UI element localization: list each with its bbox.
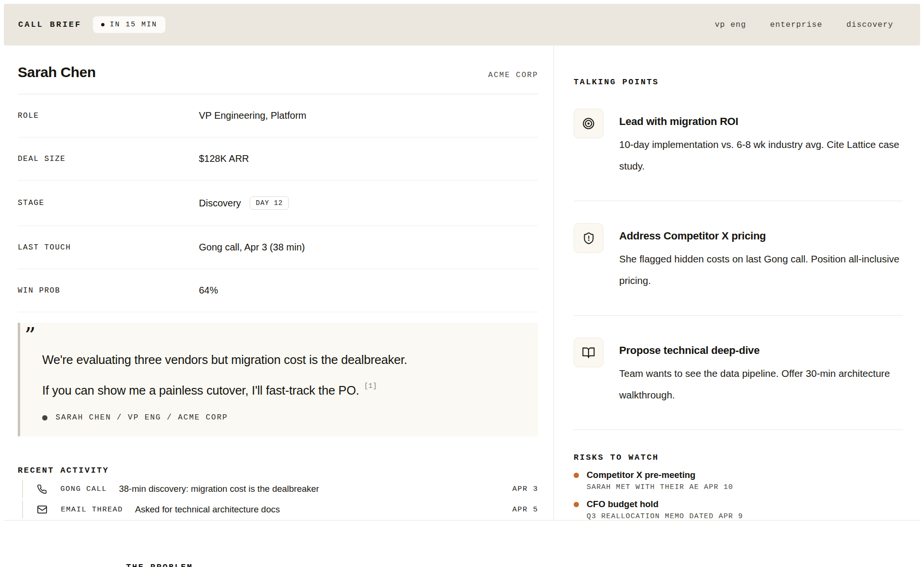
field-value: Discovery: [199, 198, 241, 209]
activity-list: GONG CALL 38-min discovery: migration co…: [18, 480, 538, 519]
brief-card: Sarah Chen ACME CORP ROLE VP Engineering…: [4, 45, 920, 521]
tag-vp-eng[interactable]: vp eng: [715, 20, 746, 29]
talking-point-title: Lead with migration ROI: [619, 115, 903, 128]
risk-detail: SARAH MET WITH THEIR AE APR 10: [587, 483, 903, 491]
next-section: THE PROBLEM: [4, 521, 920, 567]
field-label: LAST TOUCH: [18, 243, 199, 252]
speaker-dot-icon: [42, 415, 47, 420]
call-brief-title: CALL BRIEF: [18, 20, 81, 29]
activity-description: 38-min discovery: migration cost is the …: [119, 484, 319, 494]
recent-activity-heading: RECENT ACTIVITY: [18, 466, 538, 475]
contact-panel: Sarah Chen ACME CORP ROLE VP Engineering…: [4, 45, 554, 520]
book-open-icon: [582, 346, 595, 359]
activity-date: APR 5: [512, 505, 538, 514]
risks-section: RISKS TO WATCH Competitor X pre-meeting …: [574, 430, 903, 521]
talking-point-item: Address Competitor X pricing She flagged…: [574, 201, 903, 316]
countdown-label: IN 15 MIN: [110, 21, 157, 29]
talking-point-body: 10-day implementation vs. 6-8 wk industr…: [619, 134, 903, 177]
field-value: VP Engineering, Platform: [199, 110, 306, 121]
next-section-heading: THE PROBLEM: [4, 521, 920, 567]
talking-point-body: She flagged hidden costs on last Gong ca…: [619, 248, 903, 291]
stage-day-badge: DAY 12: [250, 196, 289, 210]
risk-bullet-icon: [574, 473, 579, 478]
citation-link[interactable]: [1]: [364, 382, 377, 390]
field-label: WIN PROB: [18, 286, 199, 295]
info-row-win-prob: WIN PROB 64%: [18, 269, 538, 312]
field-value: 64%: [199, 285, 218, 296]
talking-point-icon-box: [574, 338, 603, 367]
field-label: STAGE: [18, 199, 199, 207]
target-icon: [582, 117, 595, 130]
risk-bullet-icon: [574, 502, 579, 507]
talking-point-item: Propose technical deep-dive Team wants t…: [574, 316, 903, 430]
talking-point-icon-box: [574, 223, 603, 253]
topbar: CALL BRIEF IN 15 MIN vp eng enterprise d…: [4, 4, 920, 45]
risk-title: CFO budget hold: [587, 499, 658, 510]
field-label: DEAL SIZE: [18, 155, 199, 163]
phone-icon: [37, 484, 47, 494]
risk-detail: Q3 REALLOCATION MEMO DATED APR 9: [587, 512, 903, 521]
countdown-dot-icon: [101, 23, 104, 26]
talking-point-title: Address Competitor X pricing: [619, 230, 903, 242]
attribution-text: SARAH CHEN / VP ENG / ACME CORP: [56, 413, 228, 422]
talking-point-item: Lead with migration ROI 10-day implement…: [574, 87, 903, 201]
activity-item-gong-call[interactable]: GONG CALL 38-min discovery: migration co…: [22, 480, 538, 498]
pull-quote: ” We're evaluating three vendors but mig…: [18, 323, 538, 436]
field-value: $128K ARR: [199, 153, 249, 164]
activity-type: EMAIL THREAD: [61, 505, 123, 514]
company-name: ACME CORP: [488, 71, 538, 79]
tag-list: vp eng enterprise discovery: [715, 20, 893, 29]
info-row-deal-size: DEAL SIZE $128K ARR: [18, 137, 538, 181]
quote-attribution: SARAH CHEN / VP ENG / ACME CORP: [42, 413, 519, 422]
risks-heading: RISKS TO WATCH: [574, 453, 903, 462]
talking-point-icon-box: [574, 109, 603, 138]
info-row-stage: STAGE Discovery DAY 12: [18, 181, 538, 226]
field-label: ROLE: [18, 112, 199, 120]
field-value: Gong call, Apr 3 (38 min): [199, 242, 305, 253]
talking-point-title: Propose technical deep-dive: [619, 344, 903, 357]
activity-description: Asked for technical architecture docs: [135, 504, 280, 515]
tag-enterprise[interactable]: enterprise: [770, 20, 822, 29]
risk-title: Competitor X pre-meeting: [587, 470, 695, 480]
contact-header: Sarah Chen ACME CORP: [18, 45, 538, 94]
info-row-last-touch: LAST TOUCH Gong call, Apr 3 (38 min): [18, 226, 538, 269]
shield-alert-icon: [582, 232, 595, 245]
countdown-badge: IN 15 MIN: [93, 16, 165, 33]
talking-points-panel: TALKING POINTS Lead with migration ROI 1…: [554, 45, 920, 520]
contact-name: Sarah Chen: [18, 64, 96, 81]
quote-mark-icon: ”: [24, 325, 36, 347]
info-row-role: ROLE VP Engineering, Platform: [18, 94, 538, 137]
quote-text-line: We're evaluating three vendors but migra…: [42, 347, 519, 373]
tag-discovery[interactable]: discovery: [846, 20, 893, 29]
activity-item-email-thread[interactable]: EMAIL THREAD Asked for technical archite…: [22, 500, 538, 519]
quote-text-line: If you can show me a painless cutover, I…: [42, 373, 519, 404]
activity-date: APR 3: [512, 485, 538, 493]
risk-item: Competitor X pre-meeting SARAH MET WITH …: [574, 470, 903, 491]
activity-type: GONG CALL: [60, 485, 107, 493]
talking-points-heading: TALKING POINTS: [574, 78, 903, 87]
talking-point-body: Team wants to see the data pipeline. Off…: [619, 363, 903, 406]
mail-icon: [37, 504, 47, 515]
risk-item: CFO budget hold Q3 REALLOCATION MEMO DAT…: [574, 499, 903, 521]
